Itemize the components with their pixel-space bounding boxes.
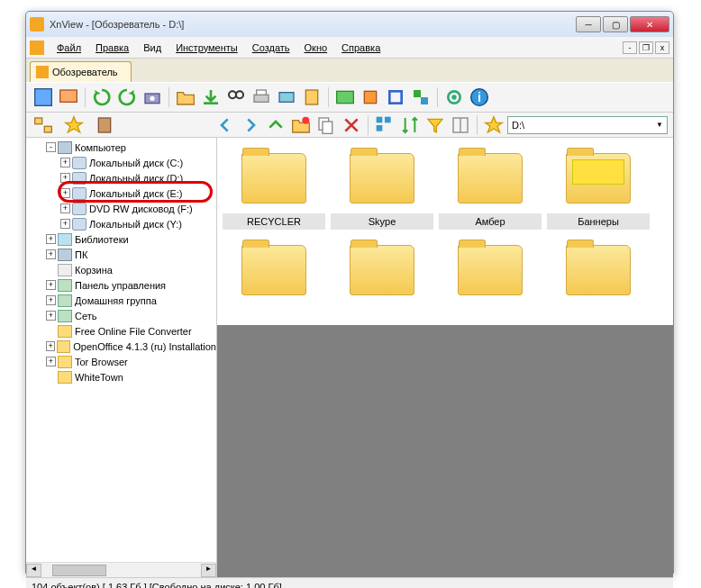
layout-button[interactable] xyxy=(449,113,472,137)
search-button[interactable] xyxy=(224,86,248,109)
folder-icon xyxy=(57,340,70,353)
delete-button[interactable] xyxy=(340,113,363,137)
thumbnail-item[interactable] xyxy=(331,235,433,305)
thumbnail-label: Skype xyxy=(331,213,433,230)
acquire-button[interactable] xyxy=(141,86,164,109)
refresh-ccw-button[interactable] xyxy=(115,86,139,109)
tree-item[interactable]: +Панель управления xyxy=(26,277,216,293)
scanner-button[interactable] xyxy=(275,86,298,109)
tree-item[interactable]: +Локальный диск (E:) xyxy=(26,185,216,201)
mdi-restore-button[interactable]: ❐ xyxy=(639,41,653,54)
expand-button[interactable]: - xyxy=(46,142,56,152)
tree-item[interactable]: +OpenOffice 4.1.3 (ru) Installation xyxy=(26,339,216,354)
expand-button[interactable]: + xyxy=(46,249,56,259)
expand-button[interactable]: + xyxy=(60,219,70,229)
tab-browser[interactable]: Обозреватель xyxy=(30,61,132,82)
expand-button[interactable]: + xyxy=(46,311,56,321)
tree-item[interactable]: +Локальный диск (D:) xyxy=(26,170,216,185)
expand-button[interactable]: + xyxy=(46,357,56,366)
expand-button[interactable]: + xyxy=(46,234,56,244)
status-size: [ 1.63 Гб ] xyxy=(103,582,147,588)
menu-edit[interactable]: Правка xyxy=(88,40,136,56)
clipboard-button[interactable] xyxy=(300,86,323,109)
filter-button[interactable] xyxy=(423,113,447,137)
slideshow-button[interactable] xyxy=(57,86,80,109)
sort-button[interactable] xyxy=(398,113,422,137)
scroll-right-button[interactable]: ► xyxy=(201,564,216,577)
info-button[interactable]: i xyxy=(468,86,491,109)
convert-button[interactable] xyxy=(409,86,432,109)
close-button[interactable]: ✕ xyxy=(630,16,669,32)
save-button[interactable] xyxy=(199,86,223,109)
rotate-button[interactable] xyxy=(359,86,382,109)
thumbnail-item[interactable] xyxy=(547,235,650,305)
view-mode-button[interactable] xyxy=(373,113,396,137)
star-button[interactable] xyxy=(482,113,505,137)
thumbnail-grid[interactable]: RECYCLERSkypeАмберБаннеры xyxy=(217,138,673,325)
refresh-cw-button[interactable] xyxy=(90,86,114,109)
tree-item[interactable]: +ПК xyxy=(26,247,216,262)
tree-item[interactable]: +Домашняя группа xyxy=(26,293,216,308)
image-button[interactable] xyxy=(333,86,357,109)
tab-label: Обозреватель xyxy=(52,67,118,77)
thumbnail-item[interactable]: Баннеры xyxy=(547,143,650,230)
address-dropdown-icon[interactable]: ▼ xyxy=(656,121,663,129)
thumbnail-item[interactable]: RECYCLER xyxy=(223,143,325,230)
scroll-thumb[interactable] xyxy=(52,565,106,576)
back-button[interactable] xyxy=(214,113,237,137)
tabbar: Обозреватель xyxy=(26,59,673,82)
minimize-button[interactable]: ─ xyxy=(576,16,601,32)
net-icon xyxy=(58,294,72,307)
tree-item[interactable]: Free Online File Converter xyxy=(26,323,216,339)
expand-button[interactable]: + xyxy=(60,173,70,183)
tree-item[interactable]: +Локальный диск (Y:) xyxy=(26,216,216,231)
comp-icon xyxy=(58,249,72,261)
print-button[interactable] xyxy=(250,86,273,109)
tree-item[interactable]: +DVD RW дисковод (F:) xyxy=(26,201,216,216)
forward-button[interactable] xyxy=(239,113,262,137)
folder-tree[interactable]: -Компьютер+Локальный диск (C:)+Локальный… xyxy=(26,138,216,562)
new-folder-button[interactable] xyxy=(289,113,313,137)
fullscreen-button[interactable] xyxy=(32,86,55,109)
menu-view[interactable]: Вид xyxy=(136,40,168,56)
maximize-button[interactable]: ▢ xyxy=(603,16,628,32)
tree-item[interactable]: WhiteTown xyxy=(26,369,216,384)
favorites-button[interactable] xyxy=(62,113,86,137)
open-button[interactable] xyxy=(174,86,197,109)
expand-button[interactable]: + xyxy=(46,295,56,305)
svg-point-5 xyxy=(229,91,236,98)
tree-scrollbar[interactable]: ◄ ► xyxy=(26,562,216,577)
thumbnail-item[interactable]: Skype xyxy=(331,143,433,230)
address-bar[interactable]: D:\ ▼ xyxy=(507,116,668,134)
tree-item[interactable]: -Компьютер xyxy=(26,140,216,155)
crop-button[interactable] xyxy=(384,86,407,109)
menu-create[interactable]: Создать xyxy=(245,40,297,56)
thumbnail-item[interactable] xyxy=(223,235,325,305)
tree-item[interactable]: +Библиотеки xyxy=(26,231,216,247)
menu-help[interactable]: Справка xyxy=(334,40,387,56)
expand-button[interactable]: + xyxy=(60,204,70,213)
tree-item[interactable]: +Локальный диск (C:) xyxy=(26,155,216,170)
menu-window[interactable]: Окно xyxy=(297,40,335,56)
thumbnail-item[interactable] xyxy=(439,235,542,305)
copy-button[interactable] xyxy=(314,113,338,137)
tree-item[interactable]: +Tor Browser xyxy=(26,354,216,369)
menu-tools[interactable]: Инструменты xyxy=(168,40,245,56)
svg-rect-20 xyxy=(35,118,42,124)
tree-item[interactable]: +Сеть xyxy=(26,308,216,323)
mdi-close-button[interactable]: x xyxy=(655,41,669,54)
expand-button[interactable]: + xyxy=(60,188,70,198)
menu-file[interactable]: Файл xyxy=(50,40,88,56)
expand-button[interactable]: + xyxy=(60,158,70,167)
mdi-minimize-button[interactable]: - xyxy=(623,41,637,54)
expand-button[interactable]: + xyxy=(46,280,56,290)
up-button[interactable] xyxy=(264,113,287,137)
tree-item[interactable]: Корзина xyxy=(26,262,216,277)
folder-icon xyxy=(58,325,72,338)
categories-button[interactable] xyxy=(93,113,116,137)
thumbnail-item[interactable]: Амбер xyxy=(439,143,542,230)
settings-button[interactable] xyxy=(442,86,466,109)
scroll-left-button[interactable]: ◄ xyxy=(26,564,41,577)
tree-toggle-button[interactable] xyxy=(32,113,55,137)
expand-button[interactable]: + xyxy=(46,341,55,351)
